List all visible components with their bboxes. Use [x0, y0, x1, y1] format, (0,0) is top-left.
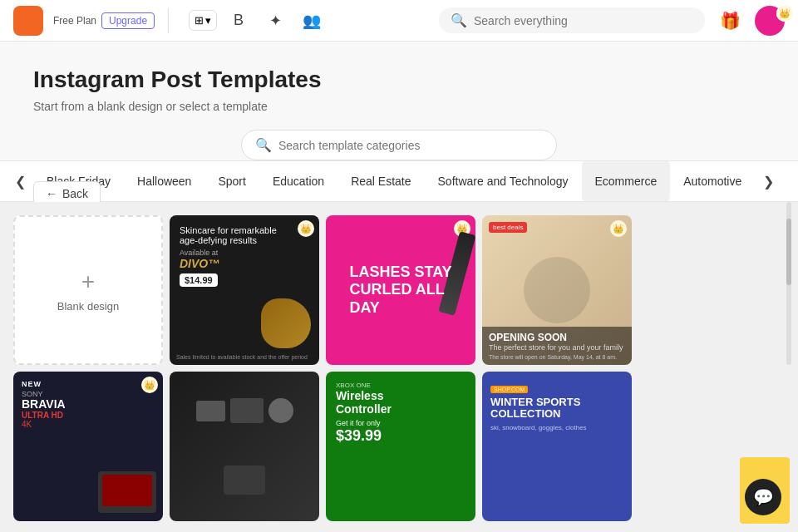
search-icon: 🔍 — [451, 12, 467, 28]
grid-view-button[interactable]: ⊞ ▾ — [189, 10, 217, 31]
chat-button[interactable]: 💬 — [745, 479, 781, 515]
upgrade-button[interactable]: Upgrade — [101, 12, 155, 29]
template-card-darktech[interactable]: 👑 — [170, 372, 319, 521]
tech-item — [196, 401, 225, 421]
wireless-label: Wireless — [336, 389, 466, 402]
tv-screen — [102, 475, 152, 506]
scrollbar-track — [786, 202, 791, 365]
category-item-sport[interactable]: Sport — [204, 160, 259, 202]
category-item-halloween[interactable]: Halloween — [124, 160, 204, 202]
template-card-sony[interactable]: 👑 NEW SONY BRAVIA ULTRA HD 4K — [13, 372, 163, 521]
chat-icon: 💬 — [753, 487, 774, 507]
free-plan-label: Free Plan — [53, 15, 96, 27]
gift-icon: 🎁 — [720, 11, 741, 31]
magic-button[interactable]: ✦ — [260, 6, 290, 36]
bottom-text: Creatopy: Robust Toolset to Create Graph… — [0, 521, 798, 532]
template-card-xbox[interactable]: 👑 XBOX ONE Wireless Controller Get it fo… — [326, 372, 475, 521]
page-subtitle: Start from a blank design or select a te… — [33, 100, 765, 113]
xbox-platform: XBOX ONE — [336, 382, 466, 389]
shop-badge: SHOP.COM — [490, 386, 528, 393]
plan-badges: Free Plan Upgrade — [53, 12, 155, 29]
new-badge: NEW — [22, 380, 155, 388]
category-item-automotive[interactable]: Automotive — [670, 160, 755, 202]
template-card-opening[interactable]: 👑 best deals OPENING SOON The perfect st… — [482, 215, 632, 365]
skincare-available: Available at — [180, 249, 309, 257]
template-card-winter[interactable]: 👑 SHOP.COM WINTER SPORTS COLLECTION ski,… — [482, 372, 632, 521]
tech-item — [268, 398, 293, 423]
search-input[interactable] — [474, 14, 693, 27]
search-bar[interactable]: 🔍 — [439, 7, 705, 33]
page-title: Instagram Post Templates — [33, 66, 765, 93]
4k-label: 4K — [22, 420, 155, 429]
skincare-price: $14.99 — [180, 273, 218, 287]
opening-sub: The perfect store for you and your famil… — [489, 343, 625, 352]
category-search-bar[interactable]: 🔍 — [241, 130, 557, 160]
back-arrow-icon: ← — [46, 187, 57, 200]
category-item-realestate[interactable]: Real Estate — [337, 160, 424, 202]
controller-label: Controller — [336, 402, 466, 416]
tech-item — [230, 398, 264, 423]
crown-icon: 👑 — [610, 220, 627, 237]
scrollbar-thumb — [786, 219, 791, 285]
bravia-label: BRAVIA — [22, 398, 155, 411]
logo[interactable] — [13, 6, 43, 36]
categories-nav: ❮ Black Friday Halloween Sport Education… — [0, 160, 798, 202]
templates-row-2: 👑 NEW SONY BRAVIA ULTRA HD 4K 👑 👑 XBOX O… — [0, 365, 798, 521]
gift-button[interactable]: 🎁 — [715, 6, 745, 36]
lashes-text: LASHES STAYCURLED ALLDAY — [339, 254, 461, 328]
template-card-lashes[interactable]: 👑 LASHES STAYCURLED ALLDAY — [326, 215, 475, 365]
search-icon: 🔍 — [255, 137, 272, 153]
template-card-skincare[interactable]: 👑 Skincare for remarkableage-defying res… — [170, 215, 319, 365]
category-search-input[interactable] — [278, 139, 543, 152]
nav-left-arrow[interactable]: ❮ — [7, 168, 33, 195]
skincare-footnote: Sales limited to available stock and the… — [176, 354, 308, 360]
skincare-title: Skincare for remarkableage-defying resul… — [180, 225, 309, 245]
brand-button[interactable]: B — [224, 6, 254, 36]
header-icons: ⊞ ▾ B ✦ 👥 — [189, 6, 327, 36]
best-deals-badge: best deals — [489, 222, 527, 233]
chevron-down-icon: ▾ — [205, 14, 211, 27]
tv-image — [98, 471, 156, 513]
nav-right-arrow[interactable]: ❯ — [755, 168, 781, 195]
magic-icon: ✦ — [269, 12, 282, 30]
xbox-price: $39.99 — [336, 427, 466, 445]
blank-design-label: Blank design — [57, 300, 119, 313]
ultra-hd-label: ULTRA HD — [22, 411, 155, 420]
crown-icon: 👑 — [141, 377, 158, 393]
get-it-label: Get it for only — [336, 419, 466, 427]
opening-title: OPENING SOON — [489, 332, 625, 343]
tech-bg — [170, 372, 319, 521]
opening-overlay: OPENING SOON The perfect store for you a… — [482, 327, 632, 365]
tech-item — [224, 466, 265, 495]
collab-icon: 👥 — [303, 12, 321, 30]
brand-icon: B — [234, 12, 244, 29]
product-image — [261, 298, 311, 348]
header: Free Plan Upgrade ⊞ ▾ B ✦ 👥 🔍 🎁 — [0, 0, 798, 42]
crown-icon: 👑 — [298, 220, 314, 237]
winter-title: WINTER SPORTS COLLECTION — [490, 397, 623, 421]
scrollbar[interactable] — [790, 202, 795, 365]
category-item-education[interactable]: Education — [259, 160, 337, 202]
divider — [168, 8, 169, 33]
plus-icon: + — [81, 268, 95, 295]
grid-icon: ⊞ — [195, 14, 204, 27]
collab-button[interactable]: 👥 — [297, 6, 327, 36]
category-item-ecommerce[interactable]: Ecommerce — [582, 160, 671, 202]
opening-detail: The store will open on Saturday, May 14,… — [489, 354, 625, 360]
winter-subtitle: ski, snowboard, goggles, clothes — [490, 424, 623, 431]
category-item-software[interactable]: Software and Technology — [425, 160, 582, 202]
illustration — [524, 257, 590, 323]
hero-section: Instagram Post Templates Start from a bl… — [0, 42, 798, 160]
templates-row-1: + Blank design 👑 Skincare for remarkable… — [0, 202, 798, 365]
blank-design-card[interactable]: + Blank design — [13, 215, 163, 365]
skincare-brand: DIVO™ — [180, 257, 309, 270]
